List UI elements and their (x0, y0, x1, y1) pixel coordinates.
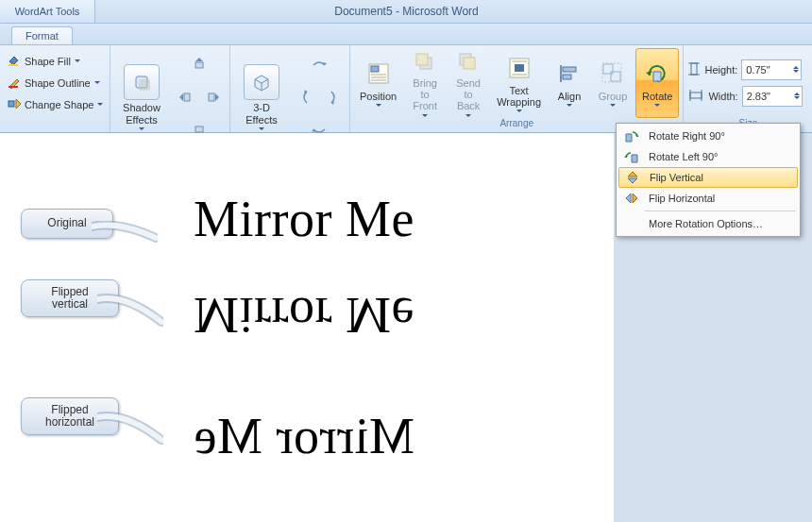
value: 2.83" (747, 91, 770, 102)
svg-rect-8 (184, 93, 190, 101)
svg-marker-11 (215, 93, 219, 101)
chevron-down-icon (567, 104, 572, 107)
svg-rect-28 (464, 58, 475, 69)
text-wrapping-button[interactable]: Text Wrapping (491, 49, 547, 117)
svg-rect-35 (563, 75, 571, 79)
label: Shadow Effects (123, 102, 161, 125)
ribbon: Shape Fill Shape Outline (0, 45, 812, 133)
height-input[interactable]: 0.75" (741, 59, 802, 80)
nudge-shadow-left-button[interactable] (173, 85, 197, 109)
label: Group (599, 91, 628, 102)
label: Shape Fill (25, 56, 71, 67)
menu-item-rotate-right[interactable]: Rotate Right 90° (618, 126, 798, 146)
spinner-icon[interactable] (793, 66, 799, 73)
group-wordart-styles: Shape Fill Shape Outline (0, 45, 110, 132)
label: Position (360, 91, 397, 102)
label: Flipped vertical (51, 286, 88, 311)
rotate-icon (642, 59, 672, 89)
svg-rect-0 (8, 64, 18, 66)
group-icon (598, 59, 628, 89)
chevron-down-icon (654, 104, 660, 107)
menu-item-flip-vertical[interactable]: Flip Vertical (618, 167, 798, 188)
spinner-icon[interactable] (794, 93, 800, 99)
change-shape-icon (8, 97, 21, 112)
svg-rect-34 (563, 67, 576, 72)
flip-horizontal-icon (622, 190, 641, 207)
position-button[interactable]: Position (354, 49, 402, 117)
label: Flip Vertical (650, 172, 703, 183)
rotate-right-icon (622, 127, 641, 144)
shadow-effects-button[interactable]: Shadow Effects (114, 63, 169, 131)
chevron-down-icon (94, 81, 100, 84)
svg-marker-54 (633, 194, 637, 203)
title-bar: WordArt Tools Document5 - Microsoft Word (0, 0, 812, 24)
svg-marker-9 (179, 93, 183, 101)
send-to-back-button[interactable]: Send to Back (448, 49, 489, 117)
menu-item-more-rotation[interactable]: More Rotation Options… (618, 213, 798, 234)
menu-item-flip-horizontal[interactable]: Flip Horizontal (618, 188, 798, 209)
width-label: Width: (708, 91, 737, 102)
blank-icon (622, 215, 641, 232)
menu-item-rotate-left[interactable]: Rotate Left 90° (618, 146, 798, 167)
tilt-right-button[interactable] (321, 85, 346, 109)
text-wrapping-icon (504, 53, 534, 83)
svg-marker-3 (16, 99, 21, 109)
svg-rect-21 (371, 66, 379, 72)
chevron-down-icon (259, 127, 264, 130)
label: Shape Outline (25, 77, 91, 89)
align-button[interactable]: Align (549, 49, 590, 117)
width-icon (687, 89, 704, 104)
svg-marker-40 (653, 72, 661, 81)
group-arrange: Position Bring to Front Send to Back (350, 45, 684, 132)
group-button[interactable]: Group (592, 49, 634, 117)
callout-flipped-vertical: Flipped vertical (21, 279, 119, 317)
svg-rect-5 (139, 79, 150, 91)
contextual-tab-title: WordArt Tools (0, 0, 95, 23)
align-icon (554, 59, 584, 89)
chevron-down-icon (516, 109, 522, 112)
callout-flipped-horizontal: Flipped horizontal (21, 397, 119, 435)
menu-separator (645, 210, 796, 211)
shape-outline-button[interactable]: Shape Outline (4, 73, 106, 93)
shadow-gallery-icon (124, 64, 160, 100)
svg-marker-7 (195, 58, 203, 61)
svg-rect-44 (690, 93, 702, 98)
paint-bucket-icon (8, 54, 21, 69)
chevron-down-icon (465, 114, 471, 117)
change-shape-button[interactable]: Change Shape (4, 94, 106, 115)
wordart-flipped-horizontal[interactable]: Mirror Me (194, 407, 414, 465)
width-input[interactable]: 2.83" (742, 86, 803, 107)
tilt-up-button[interactable] (307, 51, 331, 76)
svg-rect-41 (691, 63, 697, 75)
tab-format[interactable]: Format (11, 26, 73, 44)
threed-effects-button[interactable]: 3-D Effects (234, 63, 289, 131)
wordart-flipped-vertical[interactable]: Mirror Me (194, 286, 414, 345)
flip-vertical-icon (623, 169, 642, 186)
svg-marker-52 (628, 178, 637, 183)
tilt-left-button[interactable] (293, 85, 317, 109)
label: Align (558, 91, 581, 102)
ribbon-tab-row: Format (0, 24, 812, 45)
group-shadow-effects: Shadow Effects (110, 45, 230, 132)
label: Send to Back (453, 77, 483, 111)
wordart-original[interactable]: Mirror Me (194, 190, 414, 248)
label: Flipped horizontal (45, 404, 94, 429)
height-icon (687, 60, 701, 79)
callout-tail-icon (92, 221, 158, 259)
rotate-left-icon (622, 148, 641, 165)
chevron-down-icon (75, 59, 80, 62)
shape-fill-button[interactable]: Shape Fill (4, 51, 106, 72)
label: Original (47, 217, 86, 229)
svg-rect-10 (209, 93, 214, 101)
label: Rotate Left 90° (649, 151, 719, 162)
callout-tail-icon (97, 292, 163, 339)
nudge-shadow-up-button[interactable] (187, 51, 211, 76)
value: 0.75" (746, 64, 770, 76)
bring-to-front-icon (410, 49, 440, 76)
send-to-back-icon (453, 49, 483, 76)
nudge-shadow-right-button[interactable] (201, 85, 226, 109)
document-title: Document5 - Microsoft Word (95, 5, 812, 18)
label: Flip Horizontal (649, 193, 715, 204)
bring-to-front-button[interactable]: Bring to Front (404, 49, 446, 117)
rotate-button[interactable]: Rotate (635, 48, 679, 118)
